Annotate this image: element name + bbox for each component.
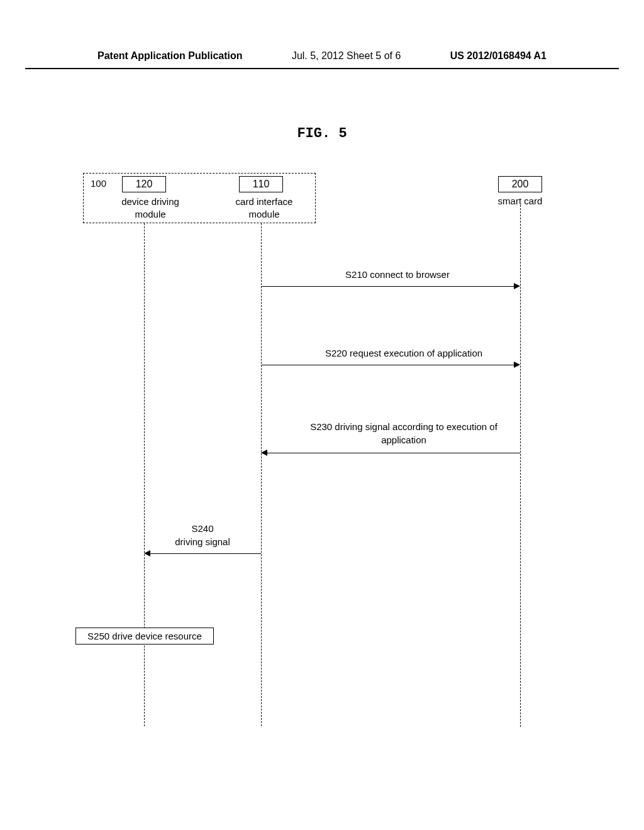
header-right: US 2012/0168494 A1 (450, 50, 547, 62)
label-100: 100 (91, 178, 106, 189)
lifeline-110 (261, 223, 262, 726)
page-header: Patent Application Publication Jul. 5, 2… (25, 0, 619, 69)
step-s250-box: S250 drive device resource (75, 628, 214, 645)
box-110: 110 (239, 176, 283, 192)
arrow-s210 (262, 286, 516, 287)
box-120: 120 (122, 176, 166, 192)
figure-title: FIG. 5 (0, 126, 644, 141)
sequence-diagram: 100 120 device driving module 110 card i… (83, 173, 561, 739)
arrow-head-s230 (261, 450, 267, 456)
header-left: Patent Application Publication (97, 50, 243, 62)
message-s230-label: S230 driving signal according to executi… (297, 420, 511, 446)
arrow-s230 (265, 453, 520, 453)
message-s240-label: S240 driving signal (146, 522, 259, 548)
arrow-head-s240 (144, 550, 150, 556)
message-s220-label: S220 request execution of application (284, 348, 523, 358)
message-s210-label: S210 connect to browser (284, 269, 511, 280)
label-card-interface-module: card interface module (223, 196, 305, 220)
arrow-head-s220 (514, 362, 520, 368)
box-200: 200 (498, 176, 542, 192)
arrow-head-s210 (514, 283, 520, 289)
arrow-s240 (148, 553, 261, 554)
header-center: Jul. 5, 2012 Sheet 5 of 6 (292, 50, 401, 62)
s240-text: driving signal (175, 536, 230, 547)
label-device-driving-module: device driving module (109, 196, 191, 220)
arrow-s220 (262, 365, 516, 365)
s240-step: S240 (191, 523, 213, 534)
lifeline-200 (520, 205, 521, 727)
lifeline-120 (144, 223, 145, 726)
